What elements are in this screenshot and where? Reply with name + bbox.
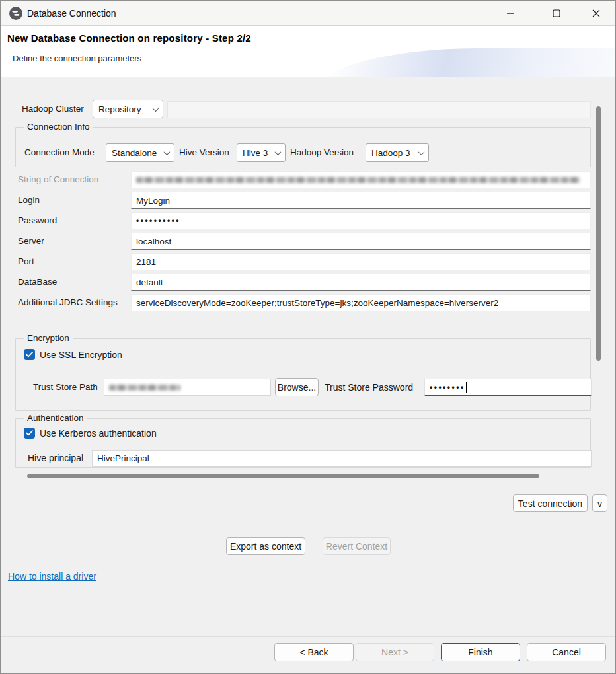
additional-jdbc-settings-label: Additional JDBC Settings (18, 294, 118, 311)
hive-version-value: Hive 3 (243, 148, 268, 158)
login-value: MyLogin (136, 196, 170, 206)
trust-store-password-label: Trust Store Password (325, 378, 413, 396)
connection-info-group: Connection Info Connection Mode Standalo… (15, 127, 591, 167)
form-content: Hadoop Cluster Repository Connection Inf… (1, 77, 615, 674)
string-of-connection-input (131, 171, 591, 188)
encryption-legend: Encryption (24, 333, 73, 343)
hadoop-cluster-value: Repository (98, 104, 141, 114)
database-value: default (136, 278, 163, 287)
password-input[interactable]: •••••••••• (131, 212, 591, 229)
maximize-button[interactable] (541, 1, 571, 26)
footer-divider (1, 636, 616, 637)
chevron-down-icon (418, 149, 425, 155)
connection-mode-select[interactable]: Standalone (106, 143, 174, 162)
export-as-context-button[interactable]: Export as context (226, 537, 305, 555)
login-input[interactable]: MyLogin (131, 192, 591, 209)
server-label: Server (18, 233, 44, 250)
trust-store-path-label: Trust Store Path (33, 378, 98, 396)
trust-store-password-value: •••••••• (430, 383, 465, 392)
database-input[interactable]: default (131, 274, 591, 291)
text-caret (466, 382, 467, 393)
port-label: Port (18, 253, 34, 270)
checkbox-checked-icon (24, 349, 35, 360)
hadoop-cluster-extra-field (167, 101, 591, 118)
use-kerberos-checkbox[interactable]: Use Kerberos authentication (24, 428, 157, 439)
hive-principal-input[interactable]: HivePrincipal (92, 450, 592, 467)
port-value: 2181 (136, 257, 156, 267)
test-connection-menu-button[interactable]: v (592, 494, 607, 512)
checkbox-checked-icon (24, 428, 35, 439)
server-input[interactable]: localhost (131, 233, 591, 250)
connection-info-legend: Connection Info (24, 122, 93, 131)
back-button[interactable]: < Back (274, 643, 354, 661)
page-subtitle: Define the connection parameters (13, 54, 141, 63)
chevron-down-icon (275, 149, 282, 155)
additional-jdbc-settings-input[interactable]: serviceDiscoveryMode=zooKeeper;trustStor… (131, 294, 591, 311)
use-kerberos-label: Use Kerberos authentication (40, 428, 157, 439)
app-icon (9, 7, 22, 20)
server-value: localhost (136, 237, 171, 246)
string-of-connection-label: String of Connection (18, 171, 98, 188)
hive-principal-value: HivePrincipal (97, 453, 149, 463)
authentication-legend: Authentication (24, 413, 87, 423)
database-label: DataBase (18, 274, 57, 291)
encryption-group: Encryption Use SSL Encryption Trust Stor… (15, 338, 591, 411)
finish-button[interactable]: Finish (441, 643, 520, 661)
hadoop-version-label: Hadoop Version (290, 143, 354, 162)
password-label: Password (18, 212, 57, 229)
window-title: Database Connection (27, 1, 116, 26)
close-button[interactable] (581, 1, 611, 26)
wizard-header: New Database Connection on repository - … (1, 26, 615, 77)
test-connection-button[interactable]: Test connection (513, 494, 588, 512)
hadoop-version-value: Hadoop 3 (371, 148, 410, 158)
vertical-scrollbar[interactable] (596, 106, 601, 361)
additional-jdbc-settings-value: serviceDiscoveryMode=zooKeeper;trustStor… (136, 298, 498, 308)
divider (1, 523, 616, 523)
header-swoosh-decoration (305, 48, 615, 77)
redacted-trust-store-path (109, 385, 180, 391)
page-title: New Database Connection on repository - … (7, 32, 251, 44)
minimize-button[interactable] (495, 1, 525, 26)
login-label: Login (18, 192, 40, 209)
password-value: •••••••••• (136, 216, 180, 225)
connection-mode-label: Connection Mode (24, 143, 95, 162)
cancel-button[interactable]: Cancel (527, 643, 606, 661)
horizontal-scrollbar[interactable] (27, 474, 539, 478)
trust-store-password-input[interactable]: •••••••• (424, 379, 592, 396)
connection-mode-value: Standalone (112, 148, 157, 158)
next-button: Next > (356, 643, 434, 661)
redacted-connection-string (136, 177, 580, 183)
hadoop-cluster-select[interactable]: Repository (93, 100, 163, 118)
chevron-down-icon (153, 105, 159, 112)
authentication-group: Authentication Use Kerberos authenticati… (15, 418, 591, 468)
browse-button[interactable]: Browse... (275, 378, 319, 396)
hive-principal-label: Hive principal (28, 450, 83, 467)
use-ssl-encryption-checkbox[interactable]: Use SSL Encryption (24, 349, 122, 360)
close-icon (592, 9, 600, 17)
hadoop-version-select[interactable]: Hadoop 3 (366, 143, 429, 162)
hive-version-label: Hive Version (179, 143, 229, 162)
how-to-install-driver-link[interactable]: How to install a driver (8, 571, 96, 581)
port-input[interactable]: 2181 (131, 253, 591, 270)
maximize-icon (553, 9, 560, 17)
revert-context-button: Revert Context (323, 537, 391, 555)
chevron-down-icon (164, 149, 171, 155)
hive-version-select[interactable]: Hive 3 (237, 143, 286, 162)
database-connection-window: Database Connection New Database Connect… (0, 0, 616, 674)
use-ssl-encryption-label: Use SSL Encryption (40, 350, 122, 360)
title-bar: Database Connection (1, 1, 615, 26)
trust-store-path-input[interactable] (104, 379, 271, 396)
minimize-icon (506, 9, 514, 17)
hadoop-cluster-label: Hadoop Cluster (22, 100, 84, 118)
